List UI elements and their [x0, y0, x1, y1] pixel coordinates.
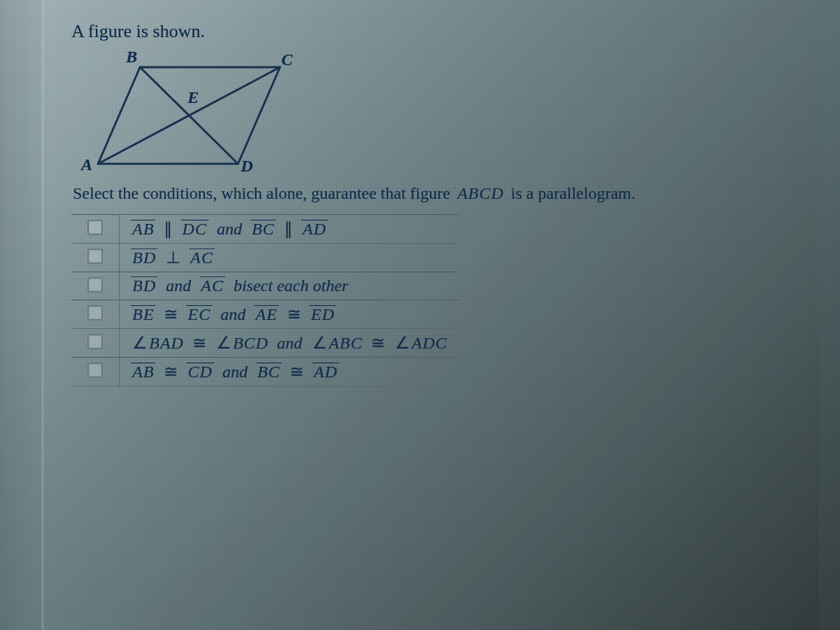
- congruent-symbol: ≅: [160, 305, 182, 323]
- left-gutter: [0, 0, 42, 630]
- and-word: and: [216, 305, 250, 323]
- vertex-label-A: A: [81, 155, 92, 174]
- option-checkbox-cell: [71, 300, 120, 329]
- segment: AB: [131, 220, 155, 238]
- perpendicular-symbol: ⊥: [162, 248, 185, 267]
- segment: CD: [186, 363, 214, 381]
- option-content: BD ⊥ AC: [120, 244, 458, 272]
- segment: DC: [181, 220, 208, 238]
- options-table: AB ∥ DC and BC ∥ AD BD ⊥ AC: [71, 214, 458, 386]
- instruction-post: is a parallelogram.: [507, 184, 636, 202]
- angle: BAD: [131, 334, 184, 352]
- segment: BC: [251, 220, 276, 238]
- congruent-symbol: ≅: [188, 334, 211, 352]
- bisect-text: bisect each other: [230, 276, 353, 295]
- segment: BD: [131, 248, 158, 267]
- option-checkbox-cell: [71, 329, 120, 358]
- checkbox[interactable]: [88, 334, 103, 349]
- option-checkbox-cell: [71, 272, 120, 300]
- question-panel: A figure is shown. A B C D E Select the …: [42, 0, 819, 630]
- segment: EC: [186, 305, 212, 323]
- vertex-label-D: D: [241, 157, 253, 176]
- parallel-symbol: ∥: [160, 220, 176, 238]
- option-checkbox-cell: [71, 358, 120, 386]
- option-row: BE ≅ EC and AE ≅ ED: [71, 300, 458, 329]
- checkbox[interactable]: [88, 363, 103, 378]
- center-label-E: E: [188, 88, 199, 107]
- instruction-figure-name: ABCD: [454, 184, 507, 202]
- prompt-text: A figure is shown.: [71, 21, 799, 42]
- segment: AC: [189, 248, 215, 267]
- segment: AC: [200, 276, 225, 295]
- parallel-symbol: ∥: [280, 220, 297, 238]
- instruction-text: Select the conditions, which alone, guar…: [73, 184, 799, 203]
- congruent-symbol: ≅: [160, 363, 182, 381]
- angle: ADC: [393, 334, 447, 352]
- option-checkbox-cell: [71, 244, 120, 272]
- and-word: and: [213, 220, 246, 238]
- segment: AB: [131, 363, 155, 381]
- checkbox[interactable]: [88, 220, 103, 235]
- vertex-label-B: B: [126, 48, 137, 66]
- segment: AE: [254, 305, 279, 323]
- option-content: AB ∥ DC and BC ∥ AD: [120, 215, 458, 244]
- option-row: BD ⊥ AC: [71, 244, 458, 272]
- vertex-label-C: C: [281, 50, 293, 69]
- option-row: AB ≅ CD and BC ≅ AD: [71, 358, 458, 386]
- option-content: AB ≅ CD and BC ≅ AD: [120, 358, 458, 386]
- congruent-symbol: ≅: [283, 305, 305, 323]
- and-word: and: [162, 276, 195, 295]
- checkbox[interactable]: [88, 305, 103, 321]
- option-row: BAD ≅ BCD and ABC ≅ ADC: [71, 329, 458, 358]
- option-row: AB ∥ DC and BC ∥ AD: [71, 215, 458, 244]
- checkbox[interactable]: [88, 277, 103, 293]
- and-word: and: [218, 363, 252, 381]
- angle: ABC: [311, 334, 363, 352]
- option-content: BE ≅ EC and AE ≅ ED: [120, 300, 458, 329]
- option-content: BAD ≅ BCD and ABC ≅ ADC: [120, 329, 458, 358]
- segment: AD: [312, 363, 339, 381]
- congruent-symbol: ≅: [286, 363, 308, 381]
- and-word: and: [273, 334, 307, 352]
- congruent-symbol: ≅: [367, 334, 389, 352]
- parallelogram-figure: A B C D E: [84, 52, 294, 174]
- figure-svg: [84, 52, 294, 174]
- segment: AD: [301, 220, 328, 238]
- segment: ED: [309, 305, 336, 323]
- checkbox[interactable]: [88, 248, 103, 264]
- segment: BE: [131, 305, 155, 323]
- instruction-pre: Select the conditions, which alone, guar…: [73, 184, 454, 202]
- angle: BCD: [215, 334, 269, 352]
- option-checkbox-cell: [71, 215, 120, 244]
- option-row: BD and AC bisect each other: [71, 272, 458, 300]
- option-content: BD and AC bisect each other: [120, 272, 458, 300]
- svg-line-2: [140, 67, 238, 164]
- segment: BC: [256, 363, 282, 381]
- segment: BD: [131, 276, 158, 295]
